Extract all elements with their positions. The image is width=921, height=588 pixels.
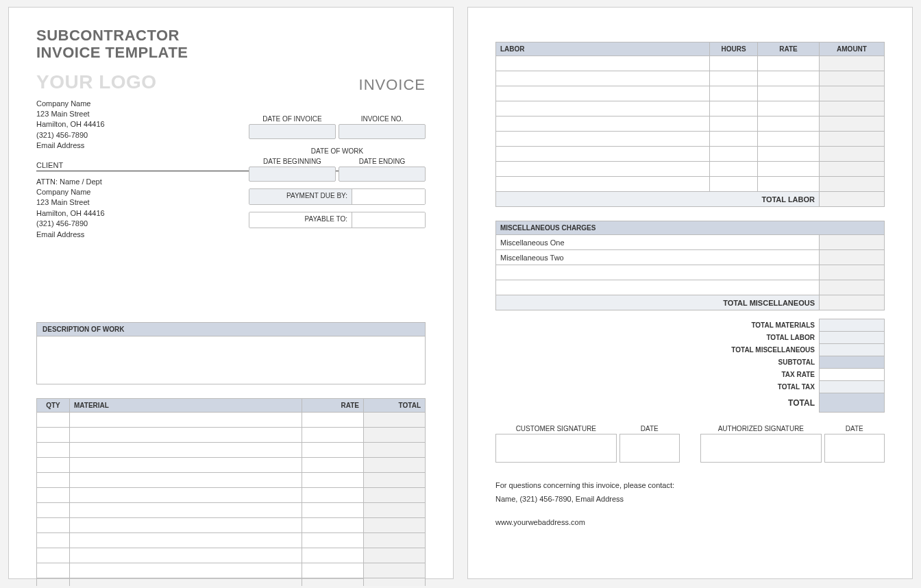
table-row: [37, 427, 426, 442]
table-row: [496, 117, 885, 132]
col-material: MATERIAL: [70, 398, 302, 412]
table-row: [37, 442, 426, 457]
invoice-no-label: INVOICE NO.: [339, 114, 426, 124]
table-row: [496, 265, 885, 280]
invoice-page-2: LABOR HOURS RATE AMOUNT TOTAL LABOR MISC…: [467, 7, 913, 579]
table-row: [37, 548, 426, 563]
authorized-signature-label: AUTHORIZED SIGNATURE: [700, 425, 822, 432]
title-line-1: SUBCONTRACTOR: [36, 27, 426, 44]
customer-date-label: DATE: [619, 425, 680, 432]
payable-to-row: PAYABLE TO:: [249, 212, 426, 228]
customer-date-field[interactable]: [619, 434, 680, 463]
table-row: [37, 487, 426, 502]
contact-intro: For questions concerning this invoice, p…: [495, 479, 885, 493]
col-total: TOTAL: [364, 398, 426, 412]
payable-to-field[interactable]: [352, 212, 425, 228]
table-row: Miscellaneous One: [496, 235, 885, 250]
table-row: [37, 412, 426, 427]
payment-due-label: PAYMENT DUE BY:: [249, 189, 352, 204]
customer-signature-label: CUSTOMER SIGNATURE: [495, 425, 617, 432]
sum-total-misc-value[interactable]: [820, 344, 885, 356]
table-row: [496, 162, 885, 177]
sum-total-materials-label: TOTAL MATERIALS: [651, 319, 819, 332]
sum-total-labor-value[interactable]: [820, 332, 885, 344]
sum-total-labor-label: TOTAL LABOR: [651, 332, 819, 344]
col-labor-rate: RATE: [758, 42, 820, 56]
authorized-date-field[interactable]: [824, 434, 885, 463]
total-misc-label: TOTAL MISCELLANEOUS: [496, 295, 820, 310]
sum-total-misc-label: TOTAL MISCELLANEOUS: [651, 344, 819, 356]
table-row: [496, 86, 885, 101]
table-row: [496, 132, 885, 147]
sum-total-tax-value[interactable]: [820, 381, 885, 393]
table-row: [37, 472, 426, 487]
sum-tax-rate-value[interactable]: [820, 369, 885, 381]
customer-signature-field[interactable]: [495, 434, 617, 463]
table-row: [496, 101, 885, 117]
date-end-field[interactable]: [339, 167, 426, 182]
sum-total-value[interactable]: [820, 393, 885, 413]
table-row: [496, 147, 885, 162]
sum-tax-rate-label: TAX RATE: [651, 369, 819, 381]
col-hours: HOURS: [710, 42, 758, 56]
table-row: [37, 457, 426, 472]
invoice-meta: DATE OF INVOICE INVOICE NO. DATE OF WORK…: [249, 114, 426, 228]
totals-summary: TOTAL MATERIALS TOTAL LABOR TOTAL MISCEL…: [651, 319, 885, 413]
col-amount: AMOUNT: [820, 42, 885, 56]
sum-total-tax-label: TOTAL TAX: [651, 381, 819, 393]
date-end-label: DATE ENDING: [339, 156, 426, 167]
misc-item-1[interactable]: Miscellaneous One: [496, 235, 820, 250]
payment-due-row: PAYMENT DUE BY:: [249, 188, 426, 205]
materials-body: TOTAL MATERIALS: [37, 412, 426, 586]
table-row: [37, 502, 426, 517]
table-row: [496, 280, 885, 295]
labor-table: LABOR HOURS RATE AMOUNT TOTAL LABOR: [495, 42, 885, 207]
table-row: [37, 517, 426, 532]
sum-subtotal-value[interactable]: [820, 356, 885, 369]
invoice-heading: INVOICE: [359, 76, 426, 94]
date-begin-label: DATE BEGINNING: [249, 156, 336, 167]
date-begin-field[interactable]: [249, 167, 336, 182]
template-title: SUBCONTRACTOR INVOICE TEMPLATE: [36, 27, 426, 62]
misc-header: MISCELLANEOUS CHARGES: [496, 221, 885, 235]
total-labor-row: TOTAL LABOR: [496, 192, 885, 207]
invoice-page-1: SUBCONTRACTOR INVOICE TEMPLATE YOUR LOGO…: [8, 7, 454, 579]
misc-item-2[interactable]: Miscellaneous Two: [496, 250, 820, 265]
table-row: [37, 563, 426, 578]
table-row: [496, 71, 885, 86]
authorized-signature-field[interactable]: [700, 434, 822, 463]
contact-block: For questions concerning this invoice, p…: [495, 479, 885, 529]
total-labor-label: TOTAL LABOR: [496, 192, 820, 207]
table-row: [496, 177, 885, 192]
client-email: Email Address: [36, 230, 426, 240]
table-row: [37, 578, 426, 586]
table-row: [496, 56, 885, 71]
misc-table: MISCELLANEOUS CHARGES Miscellaneous One …: [495, 221, 885, 310]
date-of-invoice-field[interactable]: [249, 124, 336, 139]
date-of-work-label: DATE OF WORK: [249, 146, 426, 156]
payment-due-field[interactable]: [352, 189, 425, 204]
from-company: Company Name: [36, 99, 426, 109]
contact-line: Name, (321) 456-7890, Email Address: [495, 493, 885, 506]
col-labor: LABOR: [496, 42, 710, 56]
materials-table: QTY MATERIAL RATE TOTAL TOTAL MATERIALS: [36, 398, 426, 586]
title-line-2: INVOICE TEMPLATE: [36, 44, 426, 61]
authorized-date-label: DATE: [824, 425, 885, 432]
signatures: CUSTOMER SIGNATURE DATE AUTHORIZED SIGNA…: [495, 425, 885, 463]
col-rate: RATE: [302, 398, 364, 412]
payable-to-label: PAYABLE TO:: [249, 212, 352, 228]
description-header: DESCRIPTION OF WORK: [36, 322, 426, 336]
date-of-invoice-label: DATE OF INVOICE: [249, 114, 336, 124]
contact-web: www.yourwebaddress.com: [495, 516, 885, 530]
invoice-no-field[interactable]: [339, 124, 426, 139]
table-row: Miscellaneous Two: [496, 250, 885, 265]
sum-subtotal-label: SUBTOTAL: [651, 356, 819, 369]
sum-total-label: TOTAL: [651, 393, 819, 413]
description-field[interactable]: [36, 336, 426, 384]
total-misc-row: TOTAL MISCELLANEOUS: [496, 295, 885, 310]
sum-total-materials-value[interactable]: [820, 319, 885, 332]
table-row: [37, 532, 426, 548]
col-qty: QTY: [37, 398, 70, 412]
